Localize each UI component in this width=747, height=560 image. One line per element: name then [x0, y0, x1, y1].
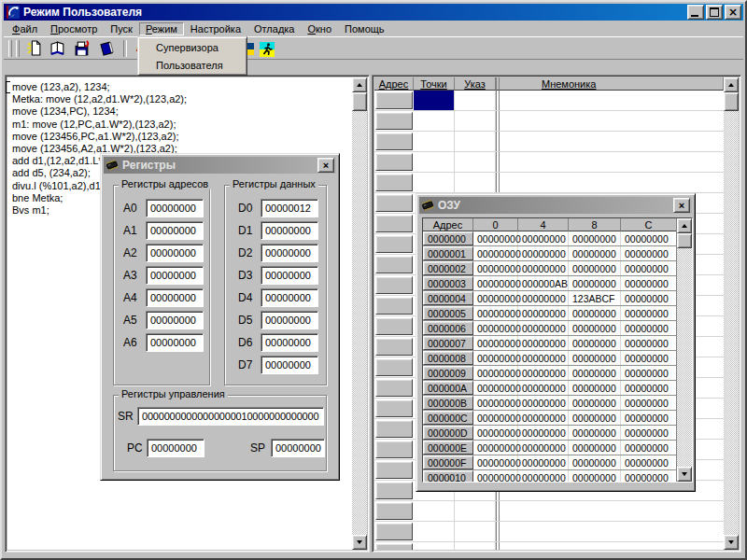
header-breakpoints[interactable]: Точки: [414, 77, 455, 91]
memory-address-cell[interactable]: 0000009: [423, 366, 473, 380]
mnemonic-cell[interactable]: [500, 542, 724, 550]
address-cell[interactable]: [375, 317, 413, 335]
menu-item[interactable]: Просмотр: [44, 22, 104, 35]
register-value-field[interactable]: 00000000: [146, 266, 204, 285]
memory-address-cell[interactable]: 0000001: [423, 246, 473, 260]
pointer-cell[interactable]: [455, 501, 496, 521]
memory-cell[interactable]: 00000000: [569, 411, 621, 425]
memory-cell[interactable]: 00000000: [473, 306, 518, 320]
menu-item[interactable]: Настройка: [184, 22, 247, 35]
address-cell[interactable]: [375, 297, 413, 315]
memory-cell[interactable]: 00000000: [621, 351, 676, 365]
memory-cell[interactable]: 00000000: [473, 470, 518, 482]
memory-address-cell[interactable]: 0000006: [423, 321, 473, 335]
address-cell[interactable]: [375, 215, 413, 232]
address-cell[interactable]: [375, 133, 413, 150]
mnemonic-cell[interactable]: [500, 111, 724, 131]
minimize-button[interactable]: [687, 5, 704, 20]
menu-item[interactable]: Помощь: [338, 22, 391, 35]
memory-cell[interactable]: 00000000: [569, 336, 621, 350]
open-button[interactable]: [47, 38, 69, 59]
memory-cell[interactable]: 00000000: [473, 366, 518, 380]
memory-cell[interactable]: 00000000: [518, 426, 569, 440]
address-cell[interactable]: [375, 91, 413, 109]
scrollbar-track[interactable]: [352, 111, 367, 535]
memory-cell[interactable]: 00000000: [473, 351, 518, 365]
memory-cell[interactable]: 00000000: [621, 306, 676, 320]
memory-cell[interactable]: 00000000: [473, 441, 518, 455]
memory-cell[interactable]: 00000000: [621, 411, 676, 425]
register-value-field[interactable]: 00000000: [261, 266, 318, 285]
address-cell[interactable]: [375, 482, 413, 499]
scrollbar-thumb[interactable]: [352, 92, 367, 111]
register-value-field[interactable]: 00000000: [261, 311, 318, 329]
memory-cell[interactable]: 00000000: [569, 396, 621, 410]
memory-cell[interactable]: 00000000: [621, 321, 676, 335]
header-pointer[interactable]: Указ: [455, 77, 496, 91]
memory-address-cell[interactable]: 000000F: [423, 455, 473, 469]
pc-value-field[interactable]: 00000000: [147, 439, 204, 457]
toolbar-grip[interactable]: [8, 40, 12, 57]
address-cell[interactable]: [375, 461, 413, 479]
breakpoint-cell[interactable]: [414, 501, 455, 521]
mnemonic-cell[interactable]: [500, 173, 724, 192]
memory-address-cell[interactable]: 000000D: [423, 426, 473, 440]
memory-cell[interactable]: 00000000: [473, 336, 518, 350]
memory-cell[interactable]: 00000000: [518, 470, 569, 482]
memory-cell[interactable]: 00000000: [569, 276, 621, 290]
pointer-cell[interactable]: [455, 91, 496, 110]
memory-address-cell[interactable]: 0000010: [423, 470, 473, 482]
mnemonic-cell[interactable]: [500, 522, 724, 541]
pointer-cell[interactable]: [455, 173, 496, 192]
memory-cell[interactable]: 00000000: [518, 231, 569, 245]
memory-cell[interactable]: 00000000: [569, 366, 621, 380]
scroll-up-button[interactable]: [677, 218, 692, 233]
memory-cell[interactable]: 00000000: [518, 246, 569, 260]
address-cell[interactable]: [375, 338, 413, 356]
memory-address-cell[interactable]: 0000000: [423, 231, 473, 245]
scroll-up-button[interactable]: [352, 77, 367, 92]
memory-cell[interactable]: 00000000: [518, 411, 569, 425]
memory-address-cell[interactable]: 0000004: [423, 291, 473, 305]
memory-cell[interactable]: 00000000: [569, 351, 621, 365]
breakpoint-cell[interactable]: [414, 91, 455, 110]
scroll-down-button[interactable]: [352, 535, 367, 550]
scroll-up-button[interactable]: [724, 77, 739, 92]
register-value-field[interactable]: 00000000: [146, 333, 204, 352]
book-button[interactable]: [95, 38, 118, 59]
memory-cell[interactable]: 00000000: [621, 291, 676, 305]
memory-cell[interactable]: 00000000: [473, 396, 518, 410]
address-cell[interactable]: [375, 174, 413, 191]
menu-item[interactable]: Файл: [6, 22, 44, 35]
memory-address-cell[interactable]: 0000007: [423, 336, 473, 350]
memory-address-cell[interactable]: 0000003: [423, 276, 473, 290]
memory-cell[interactable]: 00000000: [569, 231, 621, 245]
address-cell[interactable]: [375, 112, 413, 130]
memory-cell[interactable]: 00000000: [569, 426, 621, 440]
address-cell[interactable]: [375, 276, 413, 294]
memory-cell[interactable]: 00000000: [621, 470, 676, 482]
register-value-field[interactable]: 00000000: [146, 221, 204, 240]
memory-cell[interactable]: 00000000: [621, 261, 676, 275]
run-button[interactable]: [256, 39, 278, 60]
memory-cell[interactable]: 00000000: [569, 381, 621, 395]
hidden-toolbar-icon[interactable]: [247, 43, 254, 55]
menu-item[interactable]: Пуск: [104, 22, 139, 35]
pointer-cell[interactable]: [455, 152, 496, 172]
mnemonic-cell[interactable]: [500, 152, 724, 172]
memory-cell[interactable]: 00000000: [473, 291, 518, 305]
memory-cell[interactable]: 00000000: [473, 261, 518, 275]
register-value-field[interactable]: 00000012: [261, 199, 318, 217]
memory-cell[interactable]: 00000000: [621, 426, 676, 440]
memory-cell[interactable]: 00000000: [621, 276, 676, 290]
pointer-cell[interactable]: [455, 522, 496, 541]
register-value-field[interactable]: 00000000: [261, 288, 318, 307]
mnemonic-cell[interactable]: [500, 132, 724, 151]
memory-cell[interactable]: 00000000: [518, 381, 569, 395]
memory-cell[interactable]: 00000000: [621, 381, 676, 395]
register-value-field[interactable]: 00000000: [146, 199, 204, 217]
memory-cell[interactable]: 00000000: [518, 336, 569, 350]
address-cell[interactable]: [375, 502, 413, 520]
address-cell[interactable]: [375, 379, 413, 397]
header-address[interactable]: Адрес: [374, 77, 414, 91]
